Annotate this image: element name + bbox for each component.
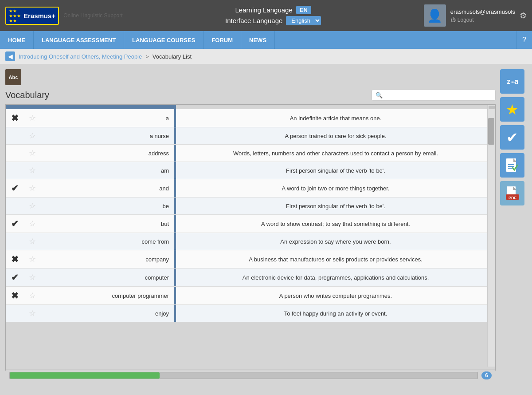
star-filter-button[interactable]: ★ bbox=[500, 97, 524, 122]
user-info: erasmusols@erasmusols ⏻ Logout bbox=[450, 8, 515, 23]
table-row: ☆come fromAn expression to say where you… bbox=[6, 233, 495, 250]
row-check[interactable] bbox=[6, 162, 23, 179]
scrollbar[interactable] bbox=[487, 105, 495, 367]
row-star[interactable]: ☆ bbox=[23, 179, 41, 198]
header-center: Learning Language EN Interface Language … bbox=[225, 6, 321, 25]
edit-button[interactable] bbox=[500, 153, 524, 178]
progress-number: 6 bbox=[481, 371, 492, 379]
ols-label: Online Linguistic Support bbox=[63, 12, 122, 19]
row-check[interactable] bbox=[6, 233, 23, 250]
vocabulary-table-container: ✖☆aAn indefinite article that means one.… bbox=[5, 104, 496, 371]
row-word: enjoy bbox=[41, 305, 174, 322]
learning-language-label: Learning Language bbox=[235, 6, 293, 14]
scroll-thumb[interactable] bbox=[488, 118, 494, 145]
table-wrapper: ✖☆aAn indefinite article that means one.… bbox=[6, 105, 495, 367]
breadcrumb-path[interactable]: Introducing Oneself and Others, Meeting … bbox=[19, 53, 142, 60]
table-header-row bbox=[6, 105, 495, 109]
pdf-button[interactable]: PDF bbox=[500, 181, 524, 205]
power-icon: ⏻ bbox=[450, 17, 456, 23]
progress-bar-fill bbox=[10, 372, 160, 379]
user-icon: 👤 bbox=[427, 8, 442, 23]
table-row: ☆enjoyTo feel happy during an activity o… bbox=[6, 305, 495, 322]
logout-link[interactable]: ⏻ Logout bbox=[450, 17, 515, 23]
header-right: 👤 erasmusols@erasmusols ⏻ Logout ⚙ bbox=[424, 4, 527, 27]
back-button[interactable]: ◀ bbox=[5, 51, 15, 61]
interface-language: Interface Language English bbox=[225, 16, 321, 25]
breadcrumb-separator: > bbox=[145, 53, 149, 60]
row-definition: A person who writes computer programmes. bbox=[176, 287, 495, 305]
table-row: ✔☆andA word to join two or more things t… bbox=[6, 179, 495, 198]
document-icon bbox=[505, 158, 520, 174]
row-definition: An indefinite article that means one. bbox=[176, 109, 495, 127]
row-check[interactable] bbox=[6, 145, 23, 162]
row-definition: A word to join two or more things togeth… bbox=[176, 179, 495, 198]
content-area: Abc Vocabulary 🔍 ✖☆aAn bbox=[5, 69, 496, 390]
nav-news[interactable]: NEWS bbox=[241, 31, 275, 49]
table-row: ☆amFirst person singular of the verb 'to… bbox=[6, 162, 495, 179]
row-check[interactable]: ✔ bbox=[6, 269, 23, 287]
row-star[interactable]: ☆ bbox=[23, 287, 41, 305]
nav-forum[interactable]: FORUM bbox=[203, 31, 241, 49]
row-check[interactable]: ✔ bbox=[6, 179, 23, 198]
nav-language-assessment[interactable]: LANGUAGE ASSESSMENT bbox=[34, 31, 124, 49]
vocabulary-header: Vocabulary 🔍 bbox=[5, 90, 496, 101]
row-word: be bbox=[41, 198, 174, 215]
progress-bar-container bbox=[9, 372, 478, 379]
row-star[interactable]: ☆ bbox=[23, 198, 41, 215]
table-row: ✖☆computer programmerA person who writes… bbox=[6, 287, 495, 305]
breadcrumb-current: Vocabulary List bbox=[153, 53, 192, 60]
row-word: company bbox=[41, 250, 174, 269]
interface-language-label: Interface Language bbox=[225, 17, 282, 24]
erasmus-label: Erasmus+ bbox=[23, 12, 55, 20]
row-star[interactable]: ☆ bbox=[23, 250, 41, 269]
logout-label: Logout bbox=[458, 17, 474, 23]
row-word: computer programmer bbox=[41, 287, 174, 305]
row-star[interactable]: ☆ bbox=[23, 215, 41, 233]
nav-home[interactable]: HOME bbox=[0, 31, 34, 49]
breadcrumb: ◀ Introducing Oneself and Others, Meetin… bbox=[0, 49, 532, 64]
row-word: a nurse bbox=[41, 127, 174, 145]
sort-label: z-a bbox=[507, 77, 518, 86]
row-word: address bbox=[41, 145, 174, 162]
username: erasmusols@erasmusols bbox=[450, 8, 515, 15]
row-star[interactable]: ☆ bbox=[23, 305, 41, 322]
search-input[interactable] bbox=[385, 92, 492, 99]
vocabulary-icon-container: Abc bbox=[5, 69, 496, 85]
vocabulary-title: Vocabulary bbox=[5, 90, 49, 100]
row-star[interactable]: ☆ bbox=[23, 162, 41, 179]
learning-language: Learning Language EN bbox=[225, 6, 321, 14]
row-check[interactable] bbox=[6, 127, 23, 145]
row-check[interactable]: ✔ bbox=[6, 215, 23, 233]
row-star[interactable]: ☆ bbox=[23, 145, 41, 162]
sort-button[interactable]: z-a bbox=[500, 69, 524, 94]
row-word: a bbox=[41, 109, 174, 127]
row-star[interactable]: ☆ bbox=[23, 109, 41, 127]
progress-area: 6 bbox=[6, 369, 495, 381]
nav-language-courses[interactable]: LANGUAGE COURSES bbox=[124, 31, 203, 49]
help-button[interactable]: ? bbox=[516, 31, 532, 49]
row-check[interactable]: ✖ bbox=[6, 287, 23, 305]
row-check[interactable] bbox=[6, 305, 23, 322]
header: ★★★★★★★ Erasmus+ Online Linguistic Suppo… bbox=[0, 0, 532, 31]
row-star[interactable]: ☆ bbox=[23, 127, 41, 145]
search-icon: 🔍 bbox=[376, 92, 383, 99]
row-star[interactable]: ☆ bbox=[23, 269, 41, 287]
star-icon: ★ bbox=[506, 101, 519, 118]
check-icon: ✔ bbox=[506, 129, 518, 146]
gear-icon[interactable]: ⚙ bbox=[520, 11, 527, 20]
eu-stars-icon: ★★★★★★★ bbox=[9, 8, 21, 23]
table-row: ✖☆aAn indefinite article that means one. bbox=[6, 109, 495, 127]
table-row: ☆a nurseA person trained to care for sic… bbox=[6, 127, 495, 145]
row-word: computer bbox=[41, 269, 174, 287]
check-filter-button[interactable]: ✔ bbox=[500, 125, 524, 150]
interface-language-select[interactable]: English bbox=[286, 16, 321, 25]
row-definition: First person singular of the verb 'to be… bbox=[176, 162, 495, 179]
row-check[interactable] bbox=[6, 198, 23, 215]
vocabulary-icon: Abc bbox=[5, 69, 21, 85]
table-row: ☆beFirst person singular of the verb 'to… bbox=[6, 198, 495, 215]
row-check[interactable]: ✖ bbox=[6, 250, 23, 269]
row-definition: First person singular of the verb 'to be… bbox=[176, 198, 495, 215]
row-check[interactable]: ✖ bbox=[6, 109, 23, 127]
row-star[interactable]: ☆ bbox=[23, 233, 41, 250]
row-definition: An expression to say where you were born… bbox=[176, 233, 495, 250]
